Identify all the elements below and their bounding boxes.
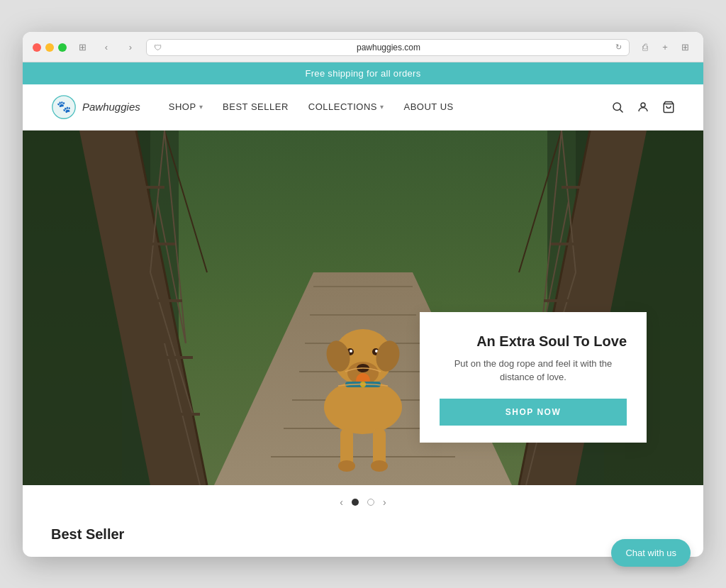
shop-chevron-icon: ▾ xyxy=(199,103,203,111)
chat-widget[interactable]: Chat with us xyxy=(611,539,691,567)
grid-view-icon[interactable]: ⊞ xyxy=(676,39,693,56)
announcement-bar: Free shipping for all orders xyxy=(23,62,703,84)
hero-card-subtitle: Put on the dog rope and feel it with the… xyxy=(440,357,627,384)
add-tab-icon[interactable]: + xyxy=(657,39,674,56)
best-seller-section: Best Seller xyxy=(23,519,703,557)
best-seller-title: Best Seller xyxy=(51,526,675,543)
back-button[interactable]: ‹ xyxy=(98,39,115,56)
chat-widget-label: Chat with us xyxy=(625,548,676,558)
svg-point-45 xyxy=(324,380,402,434)
svg-text:🐾: 🐾 xyxy=(57,99,72,114)
cart-icon xyxy=(662,101,675,113)
hero-card-title: An Extra Soul To Love xyxy=(440,333,627,350)
traffic-lights xyxy=(33,43,67,52)
account-button[interactable] xyxy=(637,101,649,113)
minimize-button[interactable] xyxy=(45,43,54,52)
svg-point-4 xyxy=(641,103,645,107)
hero-card: An Extra Soul To Love Put on the dog rop… xyxy=(420,312,647,443)
nav-links: SHOP ▾ BEST SELLER COLLECTIONS ▾ ABOUT U… xyxy=(169,101,611,112)
announcement-text: Free shipping for all orders xyxy=(305,68,420,79)
forward-button[interactable]: › xyxy=(122,39,139,56)
search-button[interactable] xyxy=(611,101,624,113)
svg-line-3 xyxy=(620,109,622,112)
logo-icon: 🐾 xyxy=(51,94,77,120)
svg-point-61 xyxy=(371,460,388,472)
nav-collections[interactable]: COLLECTIONS ▾ xyxy=(308,101,384,112)
nav-about-us[interactable]: ABOUT US xyxy=(404,101,454,112)
close-button[interactable] xyxy=(33,43,41,52)
window-grid-icon[interactable]: ⊞ xyxy=(74,39,91,56)
navbar: 🐾 Pawhuggies SHOP ▾ BEST SELLER COLLECTI… xyxy=(23,84,703,131)
collections-chevron-icon: ▾ xyxy=(380,103,384,111)
carousel-controls: ‹ › xyxy=(23,485,703,519)
share-icon[interactable]: ⎙ xyxy=(637,39,654,56)
account-icon xyxy=(637,101,649,113)
hero-section: An Extra Soul To Love Put on the dog rop… xyxy=(23,131,703,485)
nav-icons xyxy=(611,101,675,113)
browser-actions: ⎙ + ⊞ xyxy=(637,39,693,56)
maximize-button[interactable] xyxy=(58,43,67,52)
search-icon xyxy=(611,101,624,113)
url-bar[interactable]: 🛡 pawhuggies.com ↻ xyxy=(146,39,630,56)
carousel-prev-button[interactable]: ‹ xyxy=(340,497,343,508)
carousel-next-button[interactable]: › xyxy=(383,497,386,508)
logo-text: Pawhuggies xyxy=(82,101,140,113)
logo[interactable]: 🐾 Pawhuggies xyxy=(51,94,140,120)
carousel-dot-1[interactable] xyxy=(352,499,359,506)
carousel-dot-2[interactable] xyxy=(367,499,374,506)
browser-window: ⊞ ‹ › 🛡 pawhuggies.com ↻ ⎙ + ⊞ Free ship… xyxy=(23,32,703,557)
svg-point-60 xyxy=(338,460,355,472)
svg-point-51 xyxy=(350,350,352,353)
nav-shop[interactable]: SHOP ▾ xyxy=(169,101,203,112)
url-text: pawhuggies.com xyxy=(166,43,611,52)
nav-best-seller[interactable]: BEST SELLER xyxy=(223,101,289,112)
cart-button[interactable] xyxy=(662,101,675,113)
refresh-icon[interactable]: ↻ xyxy=(615,43,622,52)
browser-chrome: ⊞ ‹ › 🛡 pawhuggies.com ↻ ⎙ + ⊞ xyxy=(23,32,703,62)
shield-icon: 🛡 xyxy=(154,43,162,52)
shop-now-button[interactable]: SHOP NOW xyxy=(440,399,627,426)
svg-point-2 xyxy=(613,103,621,111)
